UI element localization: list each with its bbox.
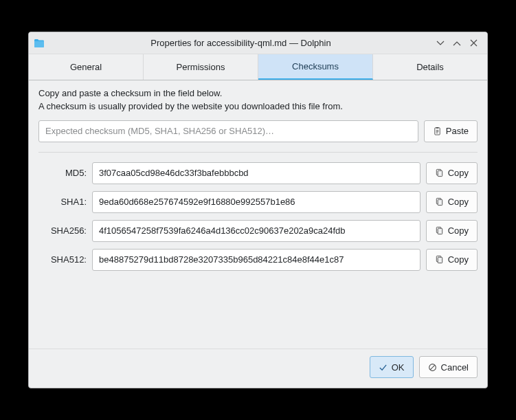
button-label: OK xyxy=(392,362,405,373)
copy-md5-button[interactable]: Copy xyxy=(426,162,478,184)
sha1-row: SHA1: Copy xyxy=(38,191,478,213)
tab-label: Permissions xyxy=(177,62,225,72)
copy-icon xyxy=(435,255,444,264)
minimize-button[interactable] xyxy=(432,35,449,52)
button-label: Copy xyxy=(448,225,469,236)
sha256-label: SHA256: xyxy=(38,225,87,236)
description-line: A checksum is usually provided by the we… xyxy=(38,101,343,111)
sha256-value[interactable] xyxy=(92,220,420,242)
checksums-panel: Copy and paste a checksum in the field b… xyxy=(29,80,487,349)
button-label: Copy xyxy=(448,168,469,178)
svg-rect-7 xyxy=(438,228,442,234)
sha512-row: SHA512: Copy xyxy=(38,249,478,271)
sha512-value[interactable] xyxy=(92,249,420,271)
tab-details[interactable]: Details xyxy=(373,54,487,80)
separator xyxy=(38,152,478,153)
button-label: Paste xyxy=(446,126,469,136)
svg-rect-5 xyxy=(438,199,442,205)
paste-button[interactable]: Paste xyxy=(424,120,478,142)
maximize-button[interactable] xyxy=(449,35,465,52)
tab-bar: General Permissions Checksums Details xyxy=(29,54,487,80)
titlebar: Properties for accessibility-qml.md — Do… xyxy=(29,32,487,54)
cancel-button[interactable]: Cancel xyxy=(419,356,478,378)
properties-dialog: Properties for accessibility-qml.md — Do… xyxy=(28,32,488,388)
tab-general[interactable]: General xyxy=(29,54,144,80)
check-icon xyxy=(379,363,388,372)
clipboard-paste-icon xyxy=(433,126,442,135)
tab-permissions[interactable]: Permissions xyxy=(144,54,258,80)
sha1-label: SHA1: xyxy=(38,197,87,207)
copy-sha256-button[interactable]: Copy xyxy=(426,220,478,242)
cancel-icon xyxy=(428,363,437,372)
close-button[interactable] xyxy=(465,35,482,52)
expected-row: Paste xyxy=(38,120,478,142)
md5-value[interactable] xyxy=(92,162,420,184)
sha256-row: SHA256: Copy xyxy=(38,220,478,242)
button-label: Copy xyxy=(448,254,469,265)
button-label: Cancel xyxy=(441,362,469,373)
dialog-footer: OK Cancel xyxy=(29,349,487,388)
md5-row: MD5: Copy xyxy=(38,162,478,184)
expected-checksum-input[interactable] xyxy=(38,120,418,142)
button-label: Copy xyxy=(448,197,469,207)
svg-rect-3 xyxy=(438,170,442,176)
description: Copy and paste a checksum in the field b… xyxy=(38,87,478,113)
tab-checksums[interactable]: Checksums xyxy=(258,54,373,80)
tab-label: Checksums xyxy=(292,61,339,71)
tab-label: General xyxy=(70,62,102,72)
copy-sha512-button[interactable]: Copy xyxy=(426,249,478,271)
md5-label: MD5: xyxy=(38,168,87,178)
copy-sha1-button[interactable]: Copy xyxy=(426,191,478,213)
tab-label: Details xyxy=(416,62,444,72)
sha512-label: SHA512: xyxy=(38,254,87,265)
folder-icon xyxy=(33,37,45,49)
ok-button[interactable]: OK xyxy=(370,356,414,378)
copy-icon xyxy=(435,168,444,177)
window-title: Properties for accessibility-qml.md — Do… xyxy=(49,38,432,48)
copy-icon xyxy=(435,226,444,235)
copy-icon xyxy=(435,197,444,206)
description-line: Copy and paste a checksum in the field b… xyxy=(38,88,222,98)
svg-rect-9 xyxy=(438,257,442,263)
sha1-value[interactable] xyxy=(92,191,420,213)
svg-rect-1 xyxy=(436,127,438,129)
